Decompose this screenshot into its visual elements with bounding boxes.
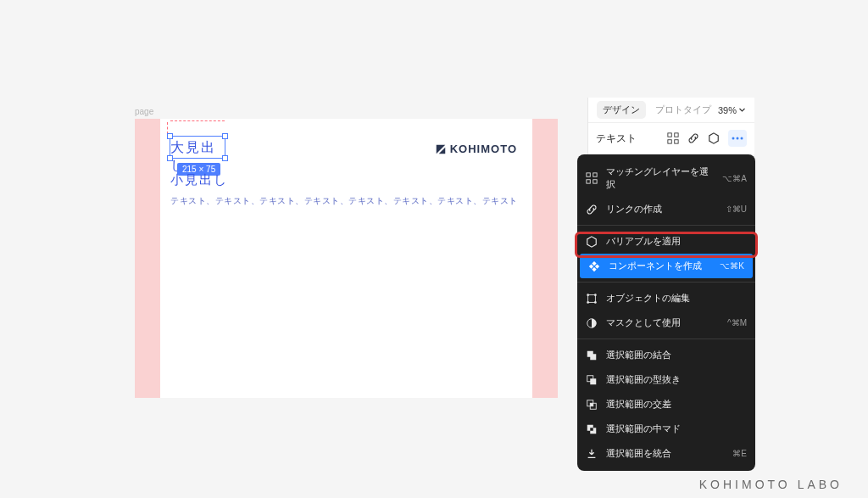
resize-handle-tl[interactable] [167, 133, 173, 139]
resize-handle-bl[interactable] [167, 155, 173, 161]
context-separator [577, 339, 755, 339]
svg-rect-2 [668, 140, 671, 143]
panel-text-row: テキスト [588, 123, 754, 154]
zoom-value: 39% [718, 105, 737, 115]
grid-icon[interactable] [667, 132, 679, 144]
svg-rect-11 [588, 294, 596, 302]
svg-point-5 [737, 137, 739, 140]
guide-vertical [167, 122, 168, 134]
frame-label: page [135, 107, 153, 116]
canvas-frame[interactable]: 大見出し 215 × 75 小見出し テキスト、テキスト、テキスト、テキスト、テ… [135, 119, 558, 398]
ctx-label: リンクの作成 [606, 203, 662, 215]
svg-point-14 [587, 301, 589, 304]
zoom-dropdown[interactable]: 39% [718, 105, 746, 115]
context-separator [577, 282, 755, 283]
ctx-use-as-mask[interactable]: マスクとして使用 ^⌘M [577, 311, 755, 335]
svg-point-15 [594, 301, 597, 304]
ctx-intersect[interactable]: 選択範囲の交差 [577, 392, 755, 417]
ctx-shortcut: ⇧⌘U [726, 204, 747, 214]
page-content: 大見出し 215 × 75 小見出し テキスト、テキスト、テキスト、テキスト、テ… [160, 119, 532, 398]
svg-rect-3 [675, 140, 678, 143]
logo-mark-icon [435, 143, 447, 155]
ctx-create-component[interactable]: コンポーネントを作成 ⌥⌘K [580, 254, 753, 278]
panel-tabs-row: デザイン プロトタイプ 39% [588, 98, 754, 123]
svg-rect-0 [668, 133, 671, 137]
exclude-icon [586, 423, 598, 435]
ctx-shortcut: ⌥⌘K [720, 261, 744, 271]
panel-tabs: デザイン プロトタイプ [597, 101, 717, 119]
svg-rect-7 [587, 173, 590, 176]
svg-point-4 [732, 137, 735, 140]
svg-point-6 [741, 137, 743, 140]
context-separator [577, 225, 755, 226]
ctx-label: 選択範囲の型抜き [606, 373, 681, 386]
watermark: KOHIMOTO LABO [699, 478, 843, 491]
ctx-shortcut: ⌘E [732, 449, 747, 458]
logo-text: KOHIMOTO [450, 143, 517, 155]
ctx-label: 選択範囲の結合 [606, 349, 671, 361]
subtract-icon [586, 374, 598, 386]
ctx-shortcut: ⌥⌘A [722, 174, 747, 183]
svg-point-12 [587, 294, 589, 296]
ctx-label: 選択範囲の交差 [606, 398, 671, 411]
ctx-subtract[interactable]: 選択範囲の型抜き [577, 367, 755, 392]
ctx-shortcut: ^⌘M [727, 318, 747, 327]
ctx-label: バリアブルを適用 [606, 235, 681, 248]
ctx-flatten[interactable]: 選択範囲を統合 ⌘E [577, 441, 755, 466]
guide-horizontal [170, 120, 225, 121]
ctx-label: オブジェクトの編集 [606, 292, 690, 305]
ctx-label: マスクとして使用 [606, 316, 681, 329]
tab-design[interactable]: デザイン [597, 101, 646, 119]
ctx-union[interactable]: 選択範囲の結合 [577, 343, 755, 367]
ctx-label: 選択範囲を統合 [606, 447, 671, 460]
chevron-down-icon [738, 106, 746, 114]
app-stage: page 大見出し 215 × 75 小見出し テキスト、テキスト、テキスト、テ… [0, 0, 868, 498]
edit-object-icon [586, 293, 598, 305]
mask-icon [586, 317, 598, 329]
ctx-label: マッチングレイヤーを選択 [606, 165, 715, 191]
brand-logo: KOHIMOTO [435, 143, 517, 155]
link-icon [586, 204, 598, 215]
selection-box[interactable]: 大見出し [170, 136, 225, 159]
ctx-matching-layers[interactable]: マッチングレイヤーを選択 ⌥⌘A [577, 159, 755, 197]
ctx-edit-object[interactable]: オブジェクトの編集 [577, 286, 755, 311]
variable-icon [586, 236, 598, 248]
svg-rect-1 [675, 133, 678, 137]
grid-icon [586, 172, 598, 184]
svg-point-13 [594, 294, 597, 296]
dots-icon [732, 137, 743, 140]
svg-rect-9 [587, 180, 590, 183]
variable-icon[interactable] [708, 132, 720, 144]
resize-handle-br[interactable] [222, 155, 228, 161]
intersect-icon [586, 399, 598, 411]
more-button[interactable] [728, 130, 747, 147]
ctx-exclude[interactable]: 選択範囲の中マド [577, 417, 755, 441]
subheading-text: 小見出し [170, 172, 228, 188]
body-text: テキスト、テキスト、テキスト、テキスト、テキスト、テキスト、テキスト、テキスト [170, 195, 518, 207]
context-menu: マッチングレイヤーを選択 ⌥⌘A リンクの作成 ⇧⌘U バリアブルを適用 コンポ… [577, 154, 755, 471]
svg-rect-10 [593, 180, 597, 183]
flatten-icon [586, 448, 598, 460]
ctx-apply-variable[interactable]: バリアブルを適用 [577, 229, 755, 254]
link-icon[interactable] [687, 132, 699, 144]
component-icon [588, 260, 600, 272]
ctx-create-link[interactable]: リンクの作成 ⇧⌘U [577, 197, 755, 221]
right-panel: デザイン プロトタイプ 39% テキスト [587, 98, 754, 154]
svg-rect-20 [590, 403, 593, 406]
section-header-text: テキスト [596, 131, 637, 146]
tab-prototype[interactable]: プロトタイプ [649, 101, 717, 119]
ctx-label: 選択範囲の中マド [606, 422, 681, 435]
ctx-label: コンポーネントを作成 [609, 260, 702, 272]
union-icon [586, 350, 598, 361]
resize-handle-tr[interactable] [222, 133, 228, 139]
svg-rect-8 [593, 173, 597, 176]
